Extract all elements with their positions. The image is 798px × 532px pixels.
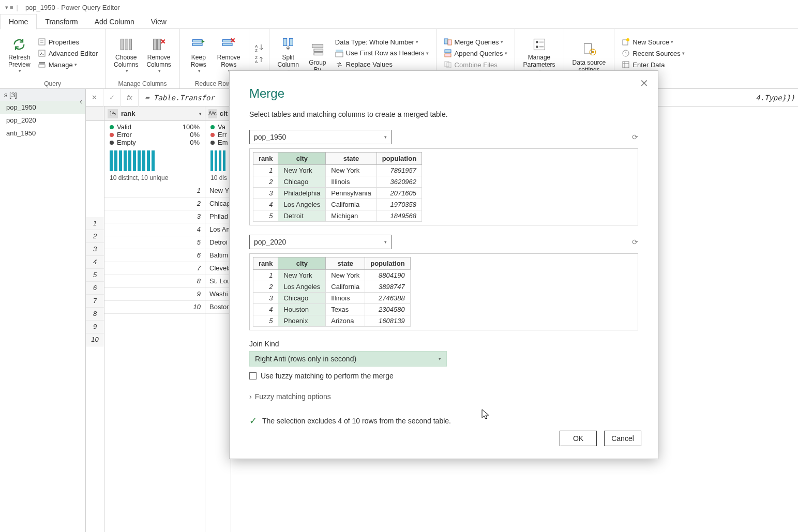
table-cell[interactable]: Illinois (326, 293, 365, 304)
close-icon[interactable]: ✕ (636, 75, 653, 92)
advanced-editor-button[interactable]: Advanced Editor (35, 48, 101, 59)
merge-queries-button[interactable]: Merge Queries▾ (441, 36, 510, 48)
table-cell[interactable]: 8 (104, 275, 205, 288)
table-cell[interactable]: 4 (253, 304, 278, 315)
secondary-table-select[interactable]: pop_2020 ▾ (249, 235, 392, 249)
group-by-button[interactable]: Group By (303, 31, 332, 75)
table-cell[interactable]: Los An (205, 223, 231, 236)
recent-sources-button[interactable]: Recent Sources▾ (619, 48, 688, 59)
table-cell[interactable]: 2071605 (377, 188, 421, 199)
table-cell[interactable]: 1 (104, 185, 205, 197)
table-cell[interactable]: Chicag (205, 197, 231, 210)
sort-desc-button[interactable]: ZA (253, 53, 265, 65)
table-cell[interactable]: 2 (253, 281, 278, 293)
table-cell[interactable]: 1849568 (377, 210, 421, 222)
table-cell[interactable]: Detroit (278, 210, 326, 222)
formula-apply-button[interactable]: ✓ (103, 89, 121, 107)
table-cell[interactable]: 7891957 (377, 165, 421, 176)
row-number[interactable]: 7 (86, 295, 104, 308)
refresh-preview-icon[interactable]: ⟳ (632, 133, 638, 141)
table-cell[interactable]: Philadelphia (278, 188, 326, 199)
table-cell[interactable]: 2304580 (365, 304, 410, 315)
table-cell[interactable]: Phoenix (278, 315, 326, 327)
table-cell[interactable]: 6 (104, 249, 205, 262)
table-cell[interactable]: California (326, 281, 365, 293)
col-rank-header[interactable]: 1²₃ rank ▾ (104, 107, 205, 121)
table-cell[interactable]: Illinois (326, 176, 377, 188)
rownum-header[interactable] (86, 107, 104, 121)
fuzzy-checkbox[interactable] (249, 372, 257, 379)
table-cell[interactable]: 7 (104, 262, 205, 275)
table-cell[interactable]: 8804190 (365, 270, 410, 281)
t2-pop-header[interactable]: population (365, 257, 410, 270)
table-cell[interactable]: 4 (104, 223, 205, 236)
table-cell[interactable]: Clevela (205, 262, 231, 275)
table-cell[interactable]: 5 (253, 315, 278, 327)
table-cell[interactable]: Los Angeles (278, 199, 326, 210)
sort-asc-button[interactable]: AZ (253, 42, 265, 53)
manage-button[interactable]: Manage▾ (35, 59, 101, 70)
query-item[interactable]: anti_1950 (0, 127, 85, 140)
table-cell[interactable]: Chicago (278, 176, 326, 188)
split-column-button[interactable]: Split Column▾ (274, 31, 303, 75)
tab-transform[interactable]: Transform (37, 14, 86, 29)
t1-state-header[interactable]: state (326, 153, 377, 165)
properties-button[interactable]: Properties (35, 36, 101, 48)
table-cell[interactable]: Michigan (326, 210, 377, 222)
table-cell[interactable]: New Y (205, 185, 231, 197)
table-cell[interactable]: Arizona (326, 315, 365, 327)
data-source-settings-button[interactable]: Data source settings (568, 31, 610, 75)
row-number[interactable]: 2 (86, 230, 104, 243)
tab-addcolumn[interactable]: Add Column (86, 14, 143, 29)
remove-rows-button[interactable]: Remove Rows▾ (213, 31, 245, 75)
table-cell[interactable]: 5 (104, 236, 205, 249)
keep-rows-button[interactable]: Keep Rows▾ (184, 31, 213, 75)
table-cell[interactable]: 3 (253, 188, 278, 199)
row-number[interactable]: 9 (86, 321, 104, 333)
table-cell[interactable]: Baltim (205, 249, 231, 262)
first-row-headers-button[interactable]: Use First Row as Headers▾ (332, 48, 432, 59)
table-cell[interactable]: 5 (253, 210, 278, 222)
formula-cancel-button[interactable]: ✕ (86, 89, 103, 107)
table-cell[interactable]: Washi (205, 288, 231, 301)
qat-toggle[interactable]: ▾ ≡ (3, 4, 15, 11)
t1-rank-header[interactable]: rank (253, 153, 278, 165)
table-cell[interactable]: 2 (104, 197, 205, 210)
row-number[interactable]: 10 (86, 333, 104, 346)
query-item[interactable]: pop_1950 (0, 101, 85, 114)
table-cell[interactable]: New York (326, 270, 365, 281)
table-cell[interactable]: Philad (205, 210, 231, 223)
t2-city-header[interactable]: city (278, 257, 326, 270)
t1-pop-header[interactable]: population (377, 153, 421, 165)
table-cell[interactable]: California (326, 199, 377, 210)
table-cell[interactable]: New York (278, 270, 326, 281)
table-cell[interactable]: New York (278, 165, 326, 176)
fuzzy-matching-checkbox-row[interactable]: Use fuzzy matching to perform the merge (249, 372, 638, 380)
table-cell[interactable]: 3 (253, 293, 278, 304)
choose-columns-button[interactable]: Choose Columns▾ (110, 31, 142, 75)
enter-data-button[interactable]: Enter Data (619, 59, 688, 70)
tab-home[interactable]: Home (0, 14, 37, 29)
table-cell[interactable]: Pennsylvania (326, 188, 377, 199)
t2-rank-header[interactable]: rank (253, 257, 278, 270)
table-cell[interactable]: 3620962 (377, 176, 421, 188)
table-cell[interactable]: 3 (104, 210, 205, 223)
table-cell[interactable]: Houston (278, 304, 326, 315)
table-cell[interactable]: St. Lou (205, 275, 231, 288)
table-cell[interactable]: 4 (253, 199, 278, 210)
col-rank-filter[interactable]: ▾ (199, 111, 202, 116)
refresh-preview-icon[interactable]: ⟳ (632, 238, 638, 246)
append-queries-button[interactable]: Append Queries▾ (441, 48, 510, 59)
table-cell[interactable]: Bostor (205, 301, 231, 314)
new-source-button[interactable]: New Source▾ (619, 36, 688, 48)
table-cell[interactable]: 10 (104, 301, 205, 314)
row-number[interactable]: 1 (86, 217, 104, 230)
table-cell[interactable]: 9 (104, 288, 205, 301)
row-number[interactable]: 6 (86, 282, 104, 295)
table-cell[interactable]: New York (326, 165, 377, 176)
replace-values-button[interactable]: Replace Values (332, 59, 432, 70)
table-cell[interactable]: 2746388 (365, 293, 410, 304)
row-number[interactable]: 3 (86, 243, 104, 256)
manage-parameters-button[interactable]: Manage Parameters▾ (519, 31, 560, 75)
fuzzy-options-expander[interactable]: › Fuzzy matching options (249, 392, 638, 401)
